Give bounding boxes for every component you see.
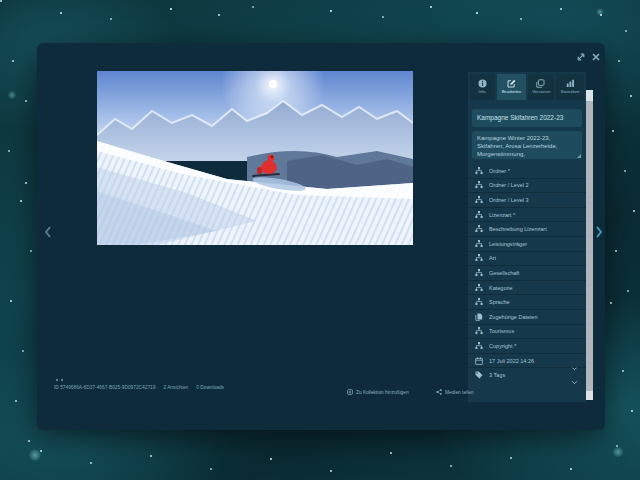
hierarchy-icon [475,298,483,306]
field-zugehoerige-dateien[interactable]: Zugehörige Dateien [468,309,586,324]
field-label: Zugehörige Dateien [489,314,537,320]
files-icon [475,313,483,321]
tag-icon [475,371,483,379]
field-art[interactable]: Art [468,251,586,266]
field-ordner-level-2[interactable]: Ordner / Level 2 [468,178,586,193]
media-meta-footer: ID 5749686A-6D37-4667-B025-9D0972C42719 … [54,379,266,391]
field-copyright[interactable]: Copyright * [468,338,586,353]
field-leistungstraeger[interactable]: Leistungsträger [468,236,586,251]
chevron-down-icon[interactable] [571,358,578,365]
tab-statistiken[interactable]: Statistiken [556,74,584,100]
metadata-panel: Info Bearbeiten Versionen Statistiken Ka… [468,72,586,402]
hierarchy-icon [475,342,483,350]
hierarchy-icon [475,327,483,335]
expand-icon[interactable] [575,51,587,63]
hierarchy-icon [475,254,483,262]
media-preview-image[interactable] [97,71,413,245]
media-actions: Zu Kollektion hinzufügen Medien teilen [347,389,480,395]
field-tourismus[interactable]: Tourismus [468,324,586,339]
field-tags[interactable]: 3 Tags [468,367,586,382]
panel-tabs: Info Bearbeiten Versionen Statistiken [468,72,586,102]
field-label: 17 Juli 2022 14:26 [489,358,534,364]
field-label: Beschreibung Lizenzart [489,226,547,232]
field-label: Kategorie [489,285,513,291]
hierarchy-icon [475,240,483,248]
field-lizenzart[interactable]: Lizenzart * [468,207,586,222]
views-count: 2 Ansichten [163,385,188,390]
meta-dots-icon [56,379,266,381]
tab-label: Bearbeiten [501,90,521,94]
field-label: Leistungsträger [489,241,527,247]
field-ordner[interactable]: Ordner * [468,164,586,178]
title-input[interactable]: Kampagne Skifahren 2022-23 [472,109,582,127]
field-gesellschaft[interactable]: Gesellschaft [468,265,586,280]
hierarchy-icon [475,269,483,277]
tab-info[interactable]: Info [470,74,495,100]
field-label: 3 Tags [489,372,505,378]
media-id: ID 5749686A-6D37-4667-B025-9D0972C42719 [54,385,155,390]
field-kategorie[interactable]: Kategorie [468,280,586,295]
tab-label: Info [479,90,486,94]
edit-icon [507,79,516,88]
tab-label: Versionen [532,90,550,94]
add-to-collection-label: Zu Kollektion hinzufügen [356,390,409,395]
add-to-collection-button[interactable]: Zu Kollektion hinzufügen [347,389,422,395]
tab-bearbeiten[interactable]: Bearbeiten [497,74,526,100]
tab-label: Statistiken [561,90,580,94]
field-sprache[interactable]: Sprache [468,294,586,309]
scrollbar-thumb[interactable] [586,90,593,101]
resize-handle-icon[interactable] [577,154,581,158]
hierarchy-icon [475,181,483,189]
hierarchy-icon [475,167,483,175]
field-label: Copyright * [489,343,516,349]
hierarchy-icon [475,284,483,292]
field-ordner-level-3[interactable]: Ordner / Level 3 [468,192,586,207]
field-beschreibung-lizenzart[interactable]: Beschreibung Lizenzart [468,221,586,236]
next-media-button[interactable] [593,224,605,240]
description-text: Kampagne Winter 2022-23, Skifahren, Aros… [477,135,557,157]
field-label: Lizenzart * [489,212,515,218]
versions-icon [536,79,545,88]
metadata-field-list: Ordner * Ordner / Level 2 Ordner / Level… [468,164,586,382]
hierarchy-icon [475,196,483,204]
calendar-icon [475,357,483,365]
field-upload-date[interactable]: 17 Juli 2022 14:26 [468,353,586,368]
info-icon [478,79,487,88]
field-label: Sprache [489,299,510,305]
starfield-background [0,0,2,2]
collection-add-icon [347,389,353,395]
statistics-icon [566,79,575,88]
field-label: Gesellschaft [489,270,519,276]
previous-media-button[interactable] [42,224,54,240]
downloads-count: 0 Downloads [196,385,224,390]
field-label: Art [489,256,496,262]
field-label: Ordner / Level 3 [489,197,529,203]
tab-versionen[interactable]: Versionen [528,74,555,100]
close-icon[interactable] [590,51,602,63]
share-icon [436,389,442,395]
description-textarea[interactable]: Kampagne Winter 2022-23, Skifahren, Aros… [472,131,582,159]
panel-scrollbar[interactable] [586,90,593,400]
media-detail-modal: Info Bearbeiten Versionen Statistiken Ka… [37,43,605,430]
share-media-label: Medien teilen [445,390,474,395]
hierarchy-icon [475,211,483,219]
field-label: Tourismus [489,329,514,335]
chevron-down-icon[interactable] [571,372,578,379]
scrollbar-end [586,391,593,400]
field-label: Ordner * [489,168,510,174]
share-media-button[interactable]: Medien teilen [436,389,481,395]
hierarchy-icon [475,225,483,233]
field-label: Ordner / Level 2 [489,183,529,189]
